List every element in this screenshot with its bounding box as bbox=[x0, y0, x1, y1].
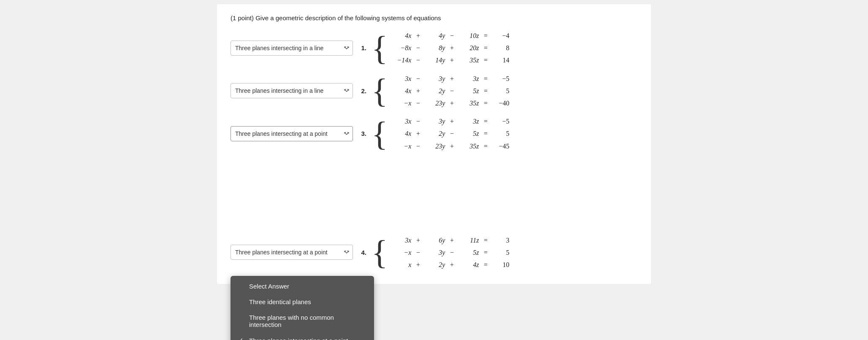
equation-3-1: 3x − 3y + 3z = −5 bbox=[391, 116, 509, 127]
dropdown-item-no-intersection[interactable]: Three planes with no common intersection bbox=[231, 310, 374, 332]
problem-row-2: Three planes intersecting in a line Sele… bbox=[231, 73, 637, 109]
equation-2-1: 3x − 3y + 3z = −5 bbox=[391, 73, 509, 84]
equation-4-3: x + 2y + 4z = 10 bbox=[391, 259, 509, 270]
answer-select-3[interactable]: Select Answer Three identical planes Thr… bbox=[231, 126, 353, 141]
dropdown-menu-3: Select Answer Three identical planes Thr… bbox=[231, 276, 374, 340]
equation-4-2: −x − 3y − 5z = 5 bbox=[391, 247, 509, 258]
brace-system-1: { 4x + 4y − 10z = −4 −8x − 8y bbox=[372, 30, 509, 66]
equation-4-1: 3x + 6y + 11z = 3 bbox=[391, 235, 509, 246]
equation-3-2: 4x + 2y − 5z = 5 bbox=[391, 128, 509, 139]
equation-2-2: 4x + 2y − 5z = 5 bbox=[391, 85, 509, 97]
answer-select-2[interactable]: Three planes intersecting in a line Sele… bbox=[231, 83, 353, 98]
question-title: (1 point) Give a geometric description o… bbox=[231, 14, 637, 22]
brace-3: { bbox=[372, 117, 388, 151]
problem-number-3: 3. bbox=[358, 130, 366, 137]
problem-row-1: Three planes intersecting in a line Sele… bbox=[231, 30, 637, 66]
equation-1-3: −14x − 14y + 35z = 14 bbox=[391, 54, 509, 66]
equation-1-1: 4x + 4y − 10z = −4 bbox=[391, 30, 509, 41]
brace-system-2: { 3x − 3y + 3z = −5 4x + 2y bbox=[372, 73, 509, 109]
brace-1: { bbox=[372, 31, 388, 65]
equation-1-2: −8x − 8y + 20z = 8 bbox=[391, 42, 509, 54]
equations-2: 3x − 3y + 3z = −5 4x + 2y − 5z = bbox=[391, 73, 509, 109]
brace-4: { bbox=[372, 235, 388, 269]
dropdown-item-select-answer[interactable]: Select Answer bbox=[231, 278, 374, 294]
brace-2: { bbox=[372, 74, 388, 108]
page-container: (1 point) Give a geometric description o… bbox=[217, 4, 651, 284]
answer-select-1[interactable]: Three planes intersecting in a line Sele… bbox=[231, 40, 353, 56]
dropdown-item-intersecting-point[interactable]: ✓ Three planes intersecting at a point bbox=[231, 332, 374, 340]
brace-system-4: { 3x + 6y + 11z = 3 −x − 3y bbox=[372, 235, 509, 271]
problem-number-2: 2. bbox=[358, 87, 366, 94]
brace-system-3: { 3x − 3y + 3z = −5 4x + 2y bbox=[372, 116, 509, 152]
equations-3: 3x − 3y + 3z = −5 4x + 2y − 5z = bbox=[391, 116, 509, 152]
answer-select-4[interactable]: Three planes intersecting at a point Sel… bbox=[231, 245, 353, 260]
dropdown-item-identical-planes[interactable]: Three identical planes bbox=[231, 294, 374, 310]
problem-area: Three planes intersecting in a line Sele… bbox=[231, 30, 637, 270]
equation-2-3: −x − 23y + 35z = −40 bbox=[391, 97, 509, 109]
equations-4: 3x + 6y + 11z = 3 −x − 3y − 5z = bbox=[391, 235, 509, 271]
problem-row-3: Select Answer Three identical planes Thr… bbox=[231, 116, 637, 152]
equations-1: 4x + 4y − 10z = −4 −8x − 8y + 20z bbox=[391, 30, 509, 66]
problem-row-4: Three planes intersecting at a point Sel… bbox=[231, 235, 637, 271]
problem-number-4: 4. bbox=[358, 249, 366, 256]
equation-3-3: −x − 23y + 35z = −45 bbox=[391, 140, 509, 152]
problem-number-1: 1. bbox=[358, 44, 366, 51]
